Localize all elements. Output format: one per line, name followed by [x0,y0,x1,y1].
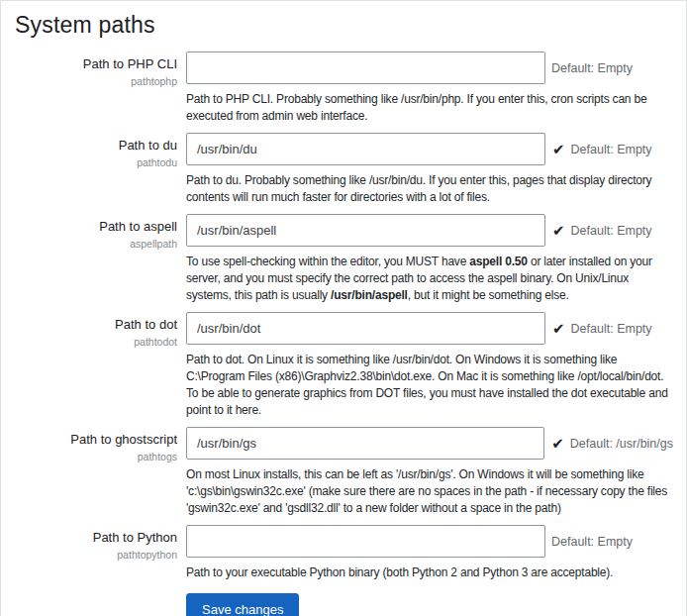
setting-label: Path to ghostscript [15,432,177,448]
setting-name: pathtophp [15,75,177,87]
setting-content-col: ✔ Default: /usr/bin/gs On most Linux ins… [186,427,673,517]
default-value: Default: Empty [551,535,633,549]
save-row: Save changes [15,593,673,616]
setting-row-pathtodu: Path to du pathtodu ✔ Default: Empty Pat… [15,133,673,206]
pathtogs-input[interactable] [186,427,544,460]
input-line: ✔ Default: Empty [186,312,673,345]
setting-label-col: Path to PHP CLI pathtophp [15,51,177,125]
setting-label: Path to dot [15,317,177,333]
setting-row-aspellpath: Path to aspell aspellpath ✔ Default: Emp… [15,214,673,304]
setting-name: pathtodu [15,156,177,168]
default-value: Default: Empty [571,143,652,156]
check-icon: ✔ [551,436,564,451]
pathtopython-input[interactable] [186,525,545,558]
setting-label: Path to PHP CLI [15,56,177,72]
check-icon: ✔ [552,223,565,238]
setting-label-col: Path to Python pathtopython [15,525,177,581]
input-line: ✔ Default: /usr/bin/gs [186,427,673,460]
setting-description: Path to du. Probably something like /usr… [186,172,673,206]
save-row-spacer [15,593,177,616]
setting-name: pathtodot [15,336,177,348]
setting-content-col: ✔ Default: Empty Path to dot. On Linux i… [186,312,673,419]
pathtodot-input[interactable] [186,312,545,345]
setting-label: Path to du [15,138,177,154]
page-title: System paths [15,12,673,39]
pathtophp-input[interactable] [186,51,545,84]
setting-label-col: Path to ghostscript pathtogs [15,427,177,517]
input-line: ✔ Default: Empty [186,214,673,247]
setting-name: aspellpath [15,238,177,250]
setting-row-pathtopython: Path to Python pathtopython ✔ Default: E… [15,525,673,581]
pathtodu-input[interactable] [186,133,545,165]
aspellpath-input[interactable] [186,214,545,247]
setting-label: Path to aspell [15,219,177,235]
setting-row-pathtophp: Path to PHP CLI pathtophp ✔ Default: Emp… [15,51,673,125]
setting-content-col: ✔ Default: Empty Path to PHP CLI. Probab… [186,51,673,125]
input-line: ✔ Default: Empty [186,133,673,165]
setting-row-pathtogs: Path to ghostscript pathtogs ✔ Default: … [15,427,673,517]
setting-label: Path to Python [15,530,177,546]
save-changes-button[interactable]: Save changes [186,593,299,616]
default-value: Default: Empty [571,322,652,336]
setting-label-col: Path to du pathtodu [15,133,177,206]
setting-content-col: ✔ Default: Empty Path to your executable… [186,525,673,581]
setting-content-col: ✔ Default: Empty Path to du. Probably so… [186,133,673,206]
setting-row-pathtodot: Path to dot pathtodot ✔ Default: Empty P… [15,312,673,419]
setting-description: On most Linux installs, this can be left… [186,466,673,517]
check-icon: ✔ [552,142,565,156]
setting-description: Path to dot. On Linux it is something li… [186,352,673,419]
settings-page: System paths Path to PHP CLI pathtophp ✔… [0,0,687,616]
default-value: Default: Empty [571,224,652,238]
setting-description: Path to your executable Python binary (b… [186,565,673,581]
input-line: ✔ Default: Empty [186,51,673,84]
setting-label-col: Path to dot pathtodot [15,312,177,419]
setting-name: pathtogs [15,451,177,462]
setting-description: To use spell-checking within the editor,… [186,254,673,304]
default-value: Default: /usr/bin/gs [570,437,673,451]
check-icon: ✔ [552,321,565,336]
setting-description: Path to PHP CLI. Probably something like… [186,91,673,125]
input-line: ✔ Default: Empty [186,525,673,558]
save-row-content: Save changes [186,593,673,616]
default-value: Default: Empty [551,61,633,75]
setting-label-col: Path to aspell aspellpath [15,214,177,304]
setting-name: pathtopython [15,549,177,561]
setting-content-col: ✔ Default: Empty To use spell-checking w… [186,214,673,304]
